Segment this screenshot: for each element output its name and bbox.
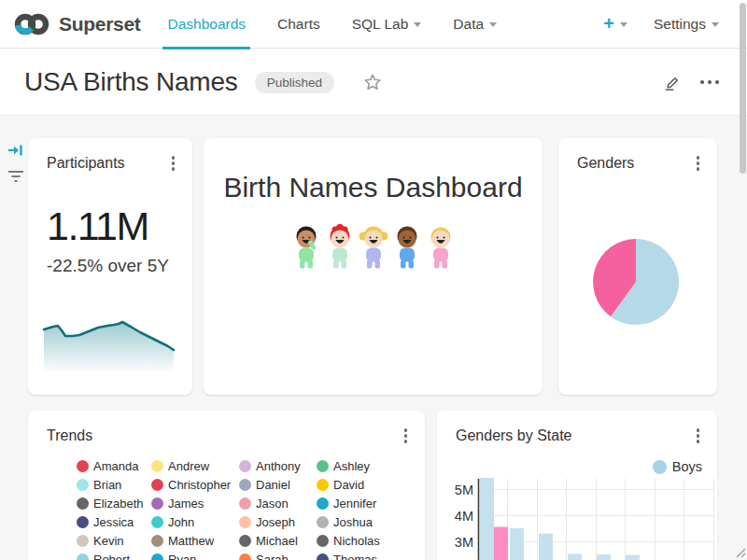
legend-item[interactable]: James — [151, 497, 239, 511]
legend-swatch — [151, 460, 163, 472]
legend-swatch — [317, 479, 329, 491]
legend-item[interactable]: Matthew — [151, 534, 239, 548]
legend-item[interactable]: Amanda — [77, 459, 151, 473]
chart-title: Participants — [47, 155, 125, 172]
legend-label: Daniel — [256, 478, 290, 492]
legend-item[interactable]: Anthony — [239, 459, 317, 473]
legend-label: James — [168, 497, 204, 511]
nav-item-data[interactable]: Data — [437, 0, 513, 49]
legend-label: Jason — [256, 497, 289, 511]
legend-item[interactable]: Kevin — [77, 534, 151, 548]
chart-menu-icon[interactable] — [693, 154, 704, 173]
big-number-value: 1.11M — [47, 203, 148, 249]
legend-item[interactable]: Christopher — [151, 478, 239, 492]
bar-boys — [597, 554, 611, 560]
genders-by-state-bar-chart: 5M 4M 3M — [437, 411, 717, 560]
superset-logo[interactable]: Superset — [13, 11, 140, 37]
new-item-button[interactable]: + — [603, 13, 627, 35]
legend-item[interactable]: Joshua — [317, 515, 405, 529]
y-tick: 4M — [455, 509, 473, 524]
published-badge[interactable]: Published — [255, 72, 334, 93]
legend-swatch — [239, 479, 251, 491]
y-axis-ticks: 5M 4M 3M — [455, 483, 473, 550]
legend-label: Andrew — [168, 459, 209, 473]
nav-item-dashboards[interactable]: Dashboards — [151, 0, 261, 49]
dashboard-banner-title: Birth Names Dashboard — [204, 172, 543, 203]
bars-group — [480, 478, 640, 560]
legend-item[interactable]: Sarah — [239, 553, 317, 560]
legend-label: Christopher — [168, 478, 231, 492]
kids-illustration — [289, 224, 458, 271]
legend-swatch — [77, 553, 89, 560]
favorite-star-icon[interactable] — [362, 72, 383, 92]
y-tick: 3M — [455, 535, 473, 550]
expand-filter-bar-icon[interactable] — [7, 142, 24, 162]
legend-item[interactable]: Thomas — [317, 553, 405, 560]
more-actions-icon[interactable] — [700, 77, 720, 89]
legend-item[interactable]: Daniel — [239, 478, 317, 492]
settings-menu[interactable]: Settings — [654, 16, 719, 33]
participants-card: Participants 1.11M -22.5% over 5Y — [28, 138, 192, 395]
trends-legend: AmandaAndrewAnthonyAshleyBrianChristophe… — [77, 456, 405, 560]
filter-icon[interactable] — [7, 169, 24, 188]
legend-swatch — [317, 460, 329, 472]
legend-label: Brian — [93, 478, 121, 492]
nav-menu: Dashboards Charts SQL Lab Data — [151, 0, 513, 49]
legend-label: Kevin — [93, 534, 124, 548]
legend-swatch — [239, 460, 251, 472]
page-title: USA Births Names — [24, 67, 238, 97]
chart-menu-icon[interactable] — [168, 154, 179, 173]
legend-label: John — [168, 515, 194, 529]
legend-swatch — [317, 553, 329, 560]
legend-item[interactable]: Ashley — [317, 459, 405, 473]
genders-pie-chart — [593, 239, 679, 325]
legend-swatch — [77, 535, 89, 547]
bar-boys — [510, 528, 524, 560]
legend-item[interactable]: Nicholas — [317, 534, 405, 548]
legend-label: Matthew — [168, 534, 214, 548]
legend-swatch — [317, 497, 329, 510]
legend-item[interactable]: Andrew — [151, 459, 239, 473]
nav-item-label: Charts — [277, 16, 320, 33]
legend-label: Robert — [93, 553, 130, 560]
legend-swatch — [239, 553, 251, 560]
bar-boys — [539, 534, 553, 560]
chevron-down-icon — [620, 22, 627, 27]
legend-item[interactable]: Jessica — [77, 515, 151, 529]
legend-swatch — [317, 535, 329, 547]
legend-label: Nicholas — [333, 534, 380, 548]
legend-label: Thomas — [333, 553, 377, 560]
bar-boys — [480, 478, 494, 560]
legend-label: Michael — [256, 534, 298, 548]
legend-item[interactable]: Michael — [239, 534, 317, 548]
legend-swatch — [151, 497, 163, 510]
settings-label: Settings — [654, 16, 706, 33]
nav-right: + Settings — [603, 13, 747, 35]
legend-item[interactable]: Jennifer — [317, 497, 405, 511]
genders-card: Genders — [558, 138, 717, 395]
chart-menu-icon[interactable] — [401, 427, 412, 445]
kid-figure — [397, 227, 416, 269]
legend-item[interactable]: Ryan — [151, 553, 239, 560]
resize-handle-icon[interactable] — [733, 545, 746, 558]
nav-item-charts[interactable]: Charts — [261, 0, 336, 49]
legend-swatch — [239, 497, 251, 510]
nav-item-sql-lab[interactable]: SQL Lab — [336, 0, 438, 49]
legend-item[interactable]: Elizabeth — [77, 497, 151, 511]
legend-label: Amanda — [93, 459, 138, 473]
nav-item-label: Data — [453, 16, 484, 33]
legend-item[interactable]: David — [317, 478, 405, 492]
legend-item[interactable]: John — [151, 515, 239, 529]
legend-swatch — [239, 535, 251, 547]
legend-label: Ashley — [333, 459, 370, 473]
plus-icon: + — [603, 13, 614, 35]
legend-item[interactable]: Joseph — [239, 515, 317, 529]
markdown-header-card: Birth Names Dashboard — [204, 138, 543, 395]
legend-item[interactable]: Robert — [77, 553, 151, 560]
edit-dashboard-icon[interactable] — [662, 73, 682, 92]
legend-item[interactable]: Jason — [239, 497, 317, 511]
scrollbar-thumb[interactable] — [740, 3, 746, 174]
legend-item[interactable]: Brian — [77, 478, 151, 492]
nav-item-label: Dashboards — [167, 16, 246, 33]
brand-name: Superset — [59, 13, 140, 35]
